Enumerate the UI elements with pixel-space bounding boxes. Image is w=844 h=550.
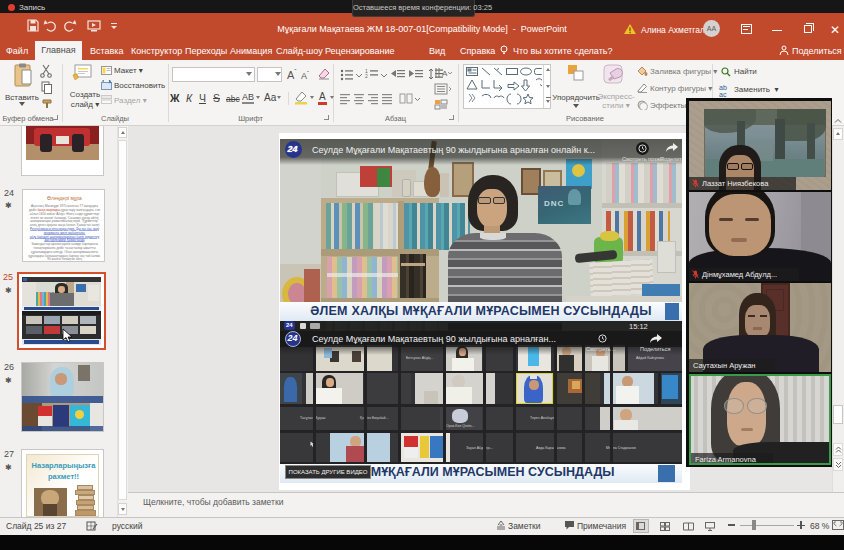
svg-text:2: 2 xyxy=(365,73,368,79)
svg-text:A: A xyxy=(442,69,448,78)
